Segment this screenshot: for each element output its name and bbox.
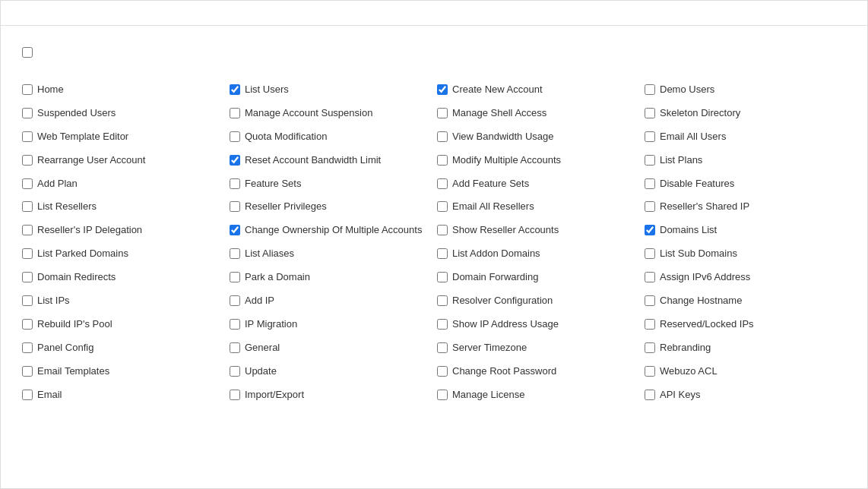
list-item[interactable]: Domain Redirects (19, 266, 227, 289)
assign-ipv6-address-checkbox[interactable] (645, 272, 655, 282)
list-item[interactable]: Add Plan (19, 172, 227, 196)
list-item[interactable]: Reseller's IP Delegation (19, 219, 227, 242)
resellers-shared-ip-checkbox[interactable] (645, 201, 655, 212)
list-item[interactable]: General (227, 336, 434, 360)
list-item[interactable]: List Aliases (227, 242, 434, 266)
manage-license-checkbox[interactable] (437, 390, 448, 400)
list-item[interactable]: Manage Account Suspension (227, 102, 434, 125)
list-item[interactable]: IP Migration (227, 313, 434, 336)
list-item[interactable]: Change Root Password (434, 360, 641, 383)
add-plan-checkbox[interactable] (22, 178, 33, 189)
feature-sets-checkbox[interactable] (230, 178, 240, 189)
list-item[interactable]: View Bandwidth Usage (434, 125, 641, 149)
list-resellers-checkbox[interactable] (22, 201, 33, 212)
server-timezone-checkbox[interactable] (437, 342, 448, 353)
list-item[interactable]: Rebuild IP's Pool (19, 313, 227, 336)
list-item[interactable]: Reseller's Shared IP (641, 195, 849, 219)
list-parked-domains-checkbox[interactable] (22, 248, 33, 259)
list-item[interactable]: Email Templates (19, 360, 227, 383)
list-item[interactable]: Suspended Users (19, 102, 227, 125)
list-item[interactable]: Feature Sets (227, 172, 434, 196)
quota-modification-checkbox[interactable] (230, 131, 240, 142)
list-aliases-checkbox[interactable] (230, 248, 240, 259)
list-item[interactable]: Manage License (434, 383, 641, 407)
domain-forwarding-checkbox[interactable] (437, 272, 448, 282)
create-new-account-checkbox[interactable] (437, 84, 448, 95)
add-feature-sets-checkbox[interactable] (437, 178, 448, 189)
list-item[interactable]: List Resellers (19, 195, 227, 219)
domains-list-checkbox[interactable] (645, 225, 655, 235)
list-item[interactable]: List Plans (641, 149, 849, 172)
change-ownership-multiple-checkbox[interactable] (230, 225, 240, 235)
list-item[interactable]: Demo Users (641, 78, 849, 102)
list-item[interactable]: List IPs (19, 289, 227, 313)
list-item[interactable]: Modify Multiple Accounts (434, 149, 641, 172)
list-item[interactable]: Add Feature Sets (434, 172, 641, 196)
list-addon-domains-checkbox[interactable] (437, 248, 448, 259)
list-item[interactable]: Disable Features (641, 172, 849, 196)
list-item[interactable]: Change Hostname (641, 289, 849, 313)
list-item[interactable]: Reseller Privileges (227, 195, 434, 219)
general-checkbox[interactable] (230, 342, 240, 353)
list-item[interactable]: Change Ownership Of Multiple Accounts (227, 219, 434, 242)
list-item[interactable]: Email (19, 383, 227, 407)
list-item[interactable]: Email All Users (641, 125, 849, 149)
list-item[interactable]: API Keys (641, 383, 849, 407)
rebranding-checkbox[interactable] (645, 342, 655, 353)
panel-config-checkbox[interactable] (22, 342, 33, 353)
manage-account-suspension-checkbox[interactable] (230, 108, 240, 118)
list-item[interactable]: Web Template Editor (19, 125, 227, 149)
show-reseller-accounts-checkbox[interactable] (437, 225, 448, 235)
suspended-users-checkbox[interactable] (22, 108, 33, 118)
list-sub-domains-checkbox[interactable] (645, 248, 655, 259)
list-item[interactable]: List Parked Domains (19, 242, 227, 266)
list-item[interactable]: Resolver Configuration (434, 289, 641, 313)
list-item[interactable]: Import/Export (227, 383, 434, 407)
list-item[interactable]: Home (19, 78, 227, 102)
reset-account-bandwidth-limit-checkbox[interactable] (230, 155, 240, 166)
list-item[interactable]: Domain Forwarding (434, 266, 641, 289)
list-item[interactable]: Quota Modification (227, 125, 434, 149)
rebuild-ips-pool-checkbox[interactable] (22, 319, 33, 330)
disable-features-checkbox[interactable] (645, 178, 655, 189)
skeleton-directory-checkbox[interactable] (645, 108, 655, 118)
list-item[interactable]: Update (227, 360, 434, 383)
api-keys-checkbox[interactable] (645, 390, 655, 400)
email-templates-checkbox[interactable] (22, 366, 33, 377)
reserved-locked-ips-checkbox[interactable] (645, 319, 655, 330)
manage-shell-access-checkbox[interactable] (437, 108, 448, 118)
demo-users-checkbox[interactable] (645, 84, 655, 95)
change-hostname-checkbox[interactable] (645, 295, 655, 306)
list-item[interactable]: Create New Account (434, 78, 641, 102)
rearrange-user-account-checkbox[interactable] (22, 155, 33, 166)
list-item[interactable]: Add IP (227, 289, 434, 313)
park-a-domain-checkbox[interactable] (230, 272, 240, 282)
list-item[interactable]: Show Reseller Accounts (434, 219, 641, 242)
list-item[interactable]: Webuzo ACL (641, 360, 849, 383)
list-item[interactable]: Manage Shell Access (434, 102, 641, 125)
list-item[interactable]: Assign IPv6 Address (641, 266, 849, 289)
change-root-password-checkbox[interactable] (437, 366, 448, 377)
web-template-editor-checkbox[interactable] (22, 131, 33, 142)
list-item[interactable]: Rearrange User Account (19, 149, 227, 172)
list-plans-checkbox[interactable] (645, 155, 655, 166)
list-item[interactable]: Skeleton Directory (641, 102, 849, 125)
show-ip-address-usage-checkbox[interactable] (437, 319, 448, 330)
select-all-item[interactable] (19, 41, 849, 63)
ip-migration-checkbox[interactable] (230, 319, 240, 330)
list-item[interactable]: Panel Config (19, 336, 227, 360)
modify-multiple-accounts-checkbox[interactable] (437, 155, 448, 166)
reseller-privileges-checkbox[interactable] (230, 201, 240, 212)
select-all-checkbox[interactable] (22, 47, 33, 58)
resolver-configuration-checkbox[interactable] (437, 295, 448, 306)
home-checkbox[interactable] (22, 84, 33, 95)
email-checkbox[interactable] (22, 390, 33, 400)
email-all-resellers-checkbox[interactable] (437, 201, 448, 212)
list-item[interactable]: Server Timezone (434, 336, 641, 360)
domain-redirects-checkbox[interactable] (22, 272, 33, 282)
list-item[interactable]: Email All Resellers (434, 195, 641, 219)
resellers-ip-delegation-checkbox[interactable] (22, 225, 33, 235)
list-item[interactable]: List Sub Domains (641, 242, 849, 266)
list-item[interactable]: Reset Account Bandwidth Limit (227, 149, 434, 172)
list-ips-checkbox[interactable] (22, 295, 33, 306)
